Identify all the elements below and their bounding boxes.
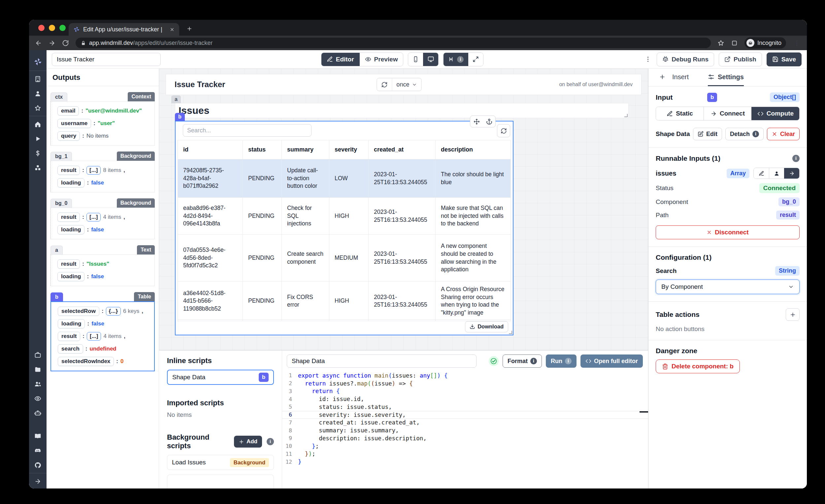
resize-handle[interactable]	[624, 114, 628, 117]
detach-button[interactable]: Detach	[725, 128, 764, 140]
url-bar[interactable]: app.windmill.dev/apps/edit/u/user/issue-…	[76, 38, 711, 48]
mode-connect-button[interactable]: Connect	[703, 107, 751, 120]
browser-tab[interactable]: Edit App u/user/issue-tracker |	[69, 23, 179, 35]
table-row[interactable]: 794208f5-2735-428a-b4af-b071ff0a2962PEND…	[178, 159, 511, 198]
background-script-item-partial[interactable]	[167, 475, 274, 489]
tab-settings[interactable]: Settings	[708, 69, 744, 86]
tab-square-icon[interactable]	[731, 40, 738, 47]
table-row[interactable]: 07da0553-4e6e-4d56-8ded-5fd0f7d5c3c2PEND…	[178, 235, 511, 282]
traffic-light[interactable]	[38, 25, 45, 31]
traffic-light[interactable]	[59, 25, 66, 31]
fullscreen-button[interactable]	[468, 53, 483, 66]
anchor-icon[interactable]	[483, 119, 495, 125]
groups-icon[interactable]	[29, 377, 47, 391]
bookmark-star-icon[interactable]	[718, 40, 724, 47]
tab-close-icon[interactable]	[170, 27, 174, 32]
browser-menu-icon[interactable]	[793, 40, 801, 47]
refresh-icon[interactable]	[377, 78, 392, 91]
output-value: false	[91, 179, 104, 186]
download-button[interactable]: Download	[465, 321, 508, 332]
path-value-badge[interactable]: result	[776, 211, 800, 219]
user-icon[interactable]	[29, 86, 47, 101]
more-menu-icon[interactable]	[644, 56, 652, 63]
back-icon[interactable]	[35, 40, 42, 47]
expand-sidebar-icon[interactable]	[29, 474, 47, 489]
workspace-icon[interactable]	[29, 72, 47, 86]
delete-component-button[interactable]: Delete component: b	[656, 359, 740, 373]
component-value-badge[interactable]: bg_0	[778, 197, 800, 206]
move-icon[interactable]	[470, 119, 483, 125]
output-key-pill: result	[57, 166, 80, 175]
static-pencil-icon[interactable]	[754, 168, 769, 178]
output-section-id[interactable]: a	[51, 245, 63, 255]
tab-insert[interactable]: Insert	[659, 69, 689, 86]
run-button[interactable]: Run	[546, 355, 577, 368]
docs-icon[interactable]	[29, 429, 47, 443]
forward-icon[interactable]	[49, 40, 56, 47]
table-row[interactable]: a36e4402-51d8-4d15-b566-119088b8cb52PEND…	[178, 282, 511, 321]
expand-value-pill[interactable]: {...}	[106, 307, 121, 315]
new-tab-button[interactable]	[184, 23, 195, 34]
grid-layout-button[interactable]	[444, 53, 468, 66]
github-icon[interactable]	[29, 458, 47, 472]
user-input-icon[interactable]	[769, 168, 784, 178]
background-script-item[interactable]: Load Issues Background	[167, 455, 274, 470]
script-name-input[interactable]	[287, 355, 476, 368]
table-component[interactable]: b idstatussummaryseveritycreated_atdescr…	[175, 121, 514, 335]
table-row[interactable]: eaba8d96-e387-4d2d-8494-096e4143b8faPEND…	[178, 198, 511, 235]
expand-value-pill[interactable]: [...]	[86, 213, 101, 221]
discord-icon[interactable]	[29, 443, 47, 458]
expand-value-pill[interactable]: [...]	[87, 332, 101, 341]
table-refresh-icon[interactable]	[497, 124, 510, 137]
column-header[interactable]: status	[243, 140, 282, 159]
app-canvas[interactable]: Issue Tracker once on behalf of user@win…	[159, 69, 648, 350]
mobile-view-button[interactable]	[408, 53, 423, 66]
preview-tab[interactable]: Preview	[359, 53, 403, 66]
output-section-id[interactable]: bg_1	[51, 152, 72, 161]
column-header[interactable]: severity	[329, 140, 369, 159]
code-editor[interactable]: 1export async function main(issues: any[…	[282, 371, 648, 489]
favorites-icon[interactable]	[29, 101, 47, 115]
audit-logs-icon[interactable]	[29, 391, 47, 406]
editor-tab[interactable]: Editor	[321, 53, 359, 66]
clear-button[interactable]: Clear	[767, 128, 800, 140]
output-section-id[interactable]: b	[51, 292, 63, 301]
debug-runs-button[interactable]: Debug Runs	[657, 53, 714, 66]
resize-handle[interactable]	[509, 331, 512, 334]
refresh-mode-dropdown[interactable]: once	[392, 78, 421, 91]
home-icon[interactable]	[29, 117, 47, 131]
column-header[interactable]: id	[178, 140, 243, 159]
disconnect-button[interactable]: Disconnect	[656, 225, 800, 239]
table-search-input[interactable]	[183, 124, 311, 137]
search-mode-select[interactable]: By Component	[656, 280, 800, 294]
save-button[interactable]: Save	[767, 53, 802, 66]
mode-static-button[interactable]: Static	[656, 107, 703, 120]
app-name-input[interactable]	[52, 53, 161, 66]
connect-arrow-icon[interactable]	[784, 168, 799, 178]
folders-icon[interactable]	[29, 362, 47, 377]
column-header[interactable]: created_at	[369, 140, 436, 159]
output-section-id[interactable]: ctx	[51, 92, 67, 101]
resources-icon[interactable]	[29, 160, 47, 175]
column-header[interactable]: summary	[282, 140, 329, 159]
reload-icon[interactable]	[62, 40, 69, 47]
workers-icon[interactable]	[29, 406, 47, 420]
mode-compute-button[interactable]: Compute	[751, 107, 799, 120]
traffic-lights[interactable]	[38, 25, 66, 31]
publish-button[interactable]: Publish	[719, 53, 762, 66]
variables-icon[interactable]	[29, 146, 47, 160]
expand-value-pill[interactable]: [...]	[86, 166, 101, 174]
schedules-icon[interactable]	[29, 348, 47, 362]
format-button[interactable]: Format	[503, 355, 542, 368]
desktop-view-button[interactable]	[423, 53, 438, 66]
text-component[interactable]: a Issues	[175, 103, 629, 118]
edit-button[interactable]: Edit	[693, 128, 722, 140]
runs-icon[interactable]	[29, 131, 47, 146]
open-full-editor-button[interactable]: Open full editor	[581, 355, 643, 368]
add-action-button[interactable]	[786, 308, 800, 321]
column-header[interactable]: description	[436, 140, 511, 159]
add-background-script-button[interactable]: Add	[234, 436, 262, 447]
inline-script-item[interactable]: Shape Data b	[167, 370, 274, 385]
traffic-light[interactable]	[49, 25, 55, 31]
output-section-id[interactable]: bg_0	[51, 199, 72, 208]
